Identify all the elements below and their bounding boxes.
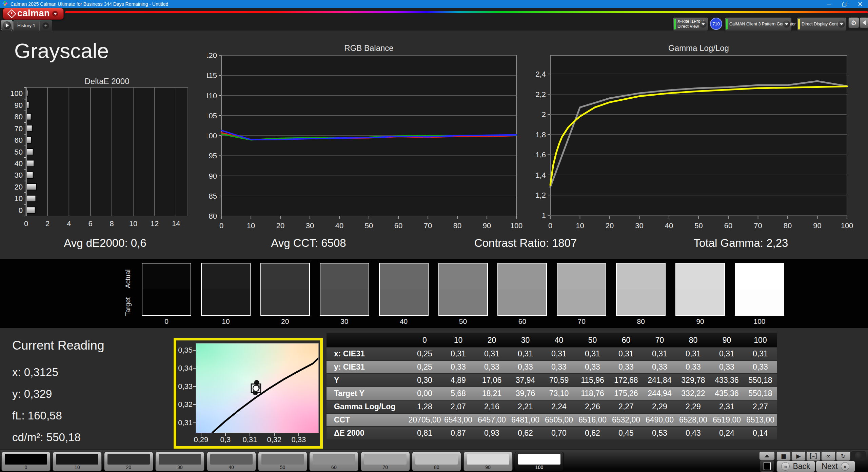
gear-icon: ⚙ (851, 20, 856, 26)
svg-text:50: 50 (15, 148, 23, 156)
table-cell: 2,31 (710, 400, 744, 413)
pattern-patch-button-70[interactable]: 70 (361, 452, 410, 471)
pattern-patch-button-100[interactable]: 100 (515, 452, 564, 471)
up-arrow-icon (765, 454, 769, 457)
meter-name: X-Rite i1Pro 3 (677, 19, 698, 24)
inactive-round-button[interactable] (851, 451, 866, 460)
rgb-balance-chart-panel[interactable]: 8085909510010511011512001020304050607080… (207, 44, 526, 234)
calman-menu-button[interactable]: calman (3, 8, 64, 20)
table-column-header: 0 (408, 333, 441, 347)
current-reading-panel[interactable]: Current Reading x: 0,3125 y: 0,329 fL: 1… (12, 338, 104, 448)
collapse-panel-button[interactable] (860, 17, 868, 28)
display-status-accent (798, 19, 800, 29)
svg-text:2: 2 (45, 219, 50, 228)
table-cell: 2,27 (744, 400, 777, 413)
pattern-patch-button-50[interactable]: 50 (258, 452, 307, 471)
settings-button[interactable]: ⚙ (848, 17, 859, 28)
svg-text:70: 70 (754, 221, 762, 230)
table-row: Y0,304,8917,0637,9470,59115,96172,68241,… (327, 374, 777, 387)
actual-row-label: Actual (124, 264, 134, 293)
svg-text:60: 60 (724, 221, 732, 230)
page-title: Grayscale (14, 39, 109, 63)
meter-sync-badge[interactable]: 710 (710, 18, 722, 30)
pattern-patch-button-90[interactable]: 90 (463, 452, 513, 471)
tab-history-1[interactable]: History 1 (13, 20, 43, 31)
swatch-actual (676, 263, 724, 289)
table-column-header: 50 (576, 333, 609, 347)
table-cell: 0,62 (509, 427, 542, 439)
table-cell: 0,31 (441, 348, 475, 360)
svg-text:40: 40 (15, 159, 23, 168)
pattern-patch-button-10[interactable]: 10 (53, 452, 102, 471)
pattern-patch-button-0[interactable]: 0 (1, 452, 51, 471)
pattern-patch-button-30[interactable]: 30 (155, 452, 204, 471)
table-cell: 0,53 (643, 427, 676, 439)
pattern-up-button[interactable] (759, 451, 775, 460)
svg-text:70: 70 (15, 124, 23, 133)
swatch-actual (320, 263, 369, 289)
swatch-tile-30 (320, 263, 369, 316)
table-row: Target Y0,005,6818,2139,7673,10118,76175… (327, 387, 777, 400)
table-row: Gamma Log/Log1,282,072,162,212,242,262,2… (327, 400, 777, 413)
swatch-target (676, 289, 724, 315)
table-cell: 0,33 (643, 361, 676, 373)
pattern-source-dropdown[interactable]: CalMAN Client 3 Pattern Generator (725, 17, 792, 31)
target-row-label: Target (124, 292, 134, 321)
workflow-play-button[interactable] (1, 20, 13, 31)
restore-button[interactable] (837, 0, 852, 8)
meter-dropdown[interactable]: X-Rite i1Pro 3Direct View (673, 17, 708, 31)
cie-y-tick-label: 0,35 (176, 346, 193, 355)
back-button[interactable]: « Back (776, 461, 815, 472)
svg-text:80: 80 (15, 113, 23, 121)
display-control-dropdown[interactable]: Direct Display Control (797, 17, 847, 31)
pattern-window-button[interactable] (760, 460, 774, 472)
swatch-target (617, 289, 665, 315)
cie-chart-panel-selected[interactable]: 0,350,340,330,320,310,290,30,310,320,33 (174, 338, 323, 449)
rainbow-strip (65, 11, 868, 13)
cie-y-tick-label: 0,32 (176, 400, 193, 409)
stop-button[interactable]: ■ (776, 451, 791, 461)
svg-text:12: 12 (151, 219, 159, 228)
step-button[interactable]: [–] (806, 451, 821, 461)
patch-chip (415, 454, 458, 465)
pattern-patch-button-60[interactable]: 60 (309, 452, 358, 471)
table-cell: 332,22 (676, 387, 710, 400)
meter-status-accent (674, 19, 676, 29)
patch-chip (56, 454, 98, 465)
table-cell: 6481,00 (509, 414, 542, 426)
close-button[interactable]: × (852, 0, 868, 8)
cie-x-tick-label: 0,31 (238, 435, 262, 444)
gamma-chart-panel[interactable]: 11,21,41,61,822,22,401020304050607080901… (536, 44, 861, 234)
titlebar: Calman 2025 Calman Ultimate for Business… (0, 0, 868, 8)
add-tab-button[interactable]: + (39, 20, 52, 31)
table-cell: 18,21 (475, 387, 509, 400)
swatch-label: 100 (735, 317, 784, 326)
table-row-label: CCT (327, 414, 408, 426)
stop-icon: ■ (781, 453, 786, 459)
calman-diamond-icon (7, 9, 16, 18)
pattern-patch-button-40[interactable]: 40 (207, 452, 256, 471)
play-icon (6, 23, 9, 27)
swatch-actual (439, 263, 487, 289)
play-pattern-button[interactable]: ▶ (791, 451, 806, 461)
table-cell: 5,68 (441, 387, 475, 400)
svg-text:80: 80 (453, 221, 461, 230)
table-row: x: CIE310,250,310,310,310,310,310,310,31… (327, 348, 777, 360)
calman-caret[interactable] (52, 11, 58, 17)
table-row: ΔE 20000,810,870,930,620,700,620,450,530… (327, 427, 777, 439)
loop-button[interactable]: ∞ (821, 451, 835, 461)
pattern-patch-button-80[interactable]: 80 (412, 452, 461, 471)
svg-text:90: 90 (813, 221, 821, 230)
avg-cct-stat: Avg CCT: 6508 (224, 237, 393, 254)
pattern-patch-button-20[interactable]: 20 (104, 452, 153, 471)
grayscale-data-table: 0102030405060708090100x: CIE310,250,310,… (327, 333, 777, 440)
collapse-left-icon (863, 20, 866, 25)
deltae-chart-panel[interactable]: 100908070605040302010002468101214DeltaE … (7, 78, 197, 237)
back-label: Back (793, 462, 810, 471)
table-cell: 2,29 (676, 400, 710, 413)
refresh-button[interactable]: ↻ (836, 451, 850, 461)
svg-text:20: 20 (276, 221, 284, 230)
svg-text:0: 0 (219, 221, 223, 230)
next-button[interactable]: Next » (816, 461, 855, 472)
minimize-button[interactable] (821, 0, 837, 8)
